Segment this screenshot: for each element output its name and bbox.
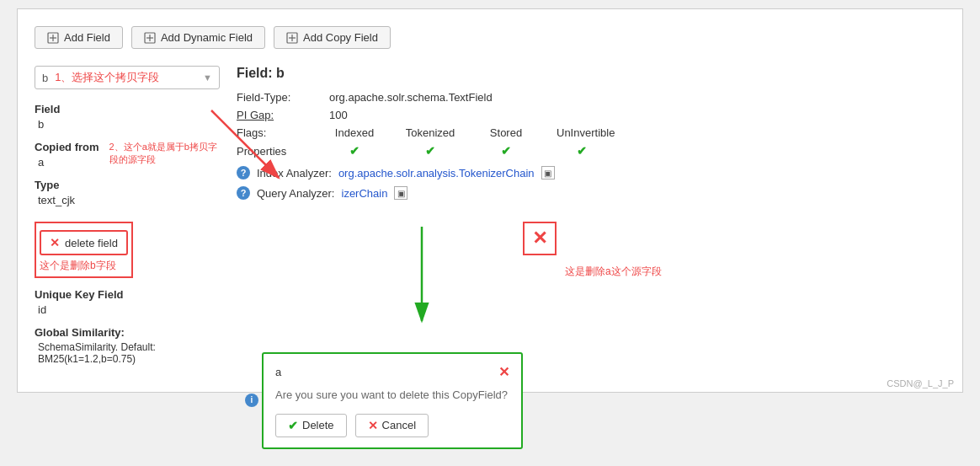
confirm-close-button[interactable]: ✕ — [498, 364, 509, 380]
field-type-value: org.apache.solr.schema.TextField — [329, 91, 493, 104]
properties-row: Properties ✔ ✔ ✔ ✔ — [237, 144, 945, 158]
unique-key-label: Unique Key Field — [35, 288, 220, 301]
field-type-row: Field-Type: org.apache.solr.schema.TextF… — [237, 91, 945, 104]
delete-field-button[interactable]: ✕ delete field — [40, 230, 128, 255]
index-analyzer-help-icon[interactable]: ? — [237, 166, 250, 179]
add-dynamic-field-button[interactable]: Add Dynamic Field — [131, 26, 265, 49]
content-area: b 1、选择这个拷贝字段 ▼ Field b Copied from a 2、这… — [35, 66, 945, 375]
add-field-icon — [47, 32, 59, 44]
add-dynamic-field-icon — [144, 32, 156, 44]
type-value: text_cjk — [35, 194, 220, 206]
properties-values: ✔ ✔ ✔ ✔ — [329, 144, 607, 158]
middle-delete-x-box: ✕ — [523, 222, 557, 255]
index-analyzer-value[interactable]: org.apache.solr.analysis.TokenizerChain — [338, 167, 535, 179]
copied-from-value: a — [35, 156, 99, 169]
delete-btn-annotation: 这个是删除b字段 — [40, 259, 128, 273]
copied-from-block: Copied from a 2、这个a就是属于b拷贝字段的源字段 — [35, 141, 220, 169]
index-analyzer-expand-icon[interactable]: ▣ — [541, 166, 555, 179]
field-value: b — [35, 118, 220, 131]
pi-gap-value: 100 — [329, 109, 348, 121]
confirm-delete-check-icon: ✔ — [288, 419, 298, 432]
add-copy-field-icon — [286, 32, 298, 44]
query-analyzer-label: Query Analyzer: — [257, 187, 335, 200]
confirm-cancel-x-icon: ✕ — [368, 419, 378, 432]
properties-key: Properties — [237, 145, 329, 158]
delete-field-annotation-box: ✕ delete field 这个是删除b字段 — [35, 222, 133, 278]
pi-gap-row: PI Gap: 100 — [237, 109, 945, 121]
prop-uninvertible-check: ✔ — [557, 144, 607, 158]
copied-from-annotation: 2、这个a就是属于b拷贝字段的源字段 — [109, 141, 219, 167]
field-type-key: Field-Type: — [237, 91, 329, 104]
selector-b-prefix: b — [42, 72, 48, 84]
flag-tokenized: Tokenized — [405, 126, 455, 139]
query-analyzer-value[interactable]: izerChain — [342, 187, 388, 200]
type-block: Type text_cjk — [35, 179, 220, 206]
flags-key: Flags: — [237, 126, 329, 139]
chevron-down-icon: ▼ — [203, 72, 212, 83]
global-similarity-value: SchemaSimilarity. Default: BM25(k1=1.2,b… — [35, 341, 220, 365]
field-selector[interactable]: b 1、选择这个拷贝字段 ▼ — [35, 66, 220, 89]
prop-stored-check: ✔ — [481, 144, 531, 158]
annotation-middle-text: 这是删除a这个源字段 — [565, 265, 662, 279]
prop-tokenized-check: ✔ — [405, 144, 455, 158]
confirm-dialog-body: Are you sure you want to delete this Cop… — [275, 387, 509, 404]
selector-value: 1、选择这个拷贝字段 — [55, 70, 203, 85]
add-field-button[interactable]: Add Field — [35, 26, 123, 49]
pi-gap-key: PI Gap: — [237, 109, 329, 121]
flag-stored: Stored — [481, 126, 531, 139]
main-container: Add Field Add Dynamic Field Add Copy Fie… — [17, 8, 963, 393]
field-detail-title: Field: b — [237, 66, 945, 81]
confirm-dialog-buttons: ✔ Delete ✕ Cancel — [275, 414, 509, 437]
flag-indexed: Indexed — [329, 126, 380, 139]
global-similarity-label: Global Similarity: — [35, 326, 220, 339]
right-panel: Field: b Field-Type: org.apache.solr.sch… — [237, 66, 945, 375]
confirm-delete-button[interactable]: ✔ Delete — [275, 414, 347, 437]
info-icon[interactable]: i — [245, 394, 258, 407]
global-similarity-block: Global Similarity: SchemaSimilarity. Def… — [35, 326, 220, 365]
add-copy-field-button[interactable]: Add Copy Field — [274, 26, 391, 49]
query-analyzer-row: ? Query Analyzer: izerChain ▣ — [237, 186, 945, 200]
unique-key-block: Unique Key Field id — [35, 288, 220, 316]
flag-uninvertible: UnInvertible — [557, 126, 615, 139]
confirm-dialog-header: a ✕ — [275, 364, 509, 380]
field-label: Field — [35, 103, 220, 115]
toolbar: Add Field Add Dynamic Field Add Copy Fie… — [35, 26, 945, 49]
flags-header-row: Flags: Indexed Tokenized Stored UnInvert… — [237, 126, 945, 139]
middle-x-icon: ✕ — [532, 228, 547, 249]
query-analyzer-help-icon[interactable]: ? — [237, 186, 250, 200]
type-label: Type — [35, 179, 220, 191]
watermark: CSDN@_L_J_P — [887, 378, 954, 388]
confirm-dialog: a ✕ Are you sure you want to delete this… — [262, 352, 523, 449]
confirm-dialog-title: a — [275, 366, 281, 378]
left-panel: b 1、选择这个拷贝字段 ▼ Field b Copied from a 2、这… — [35, 66, 220, 375]
query-analyzer-expand-icon[interactable]: ▣ — [394, 186, 407, 200]
index-analyzer-label: Index Analyzer: — [257, 167, 332, 179]
delete-x-icon: ✕ — [50, 236, 60, 249]
flags-columns: Indexed Tokenized Stored UnInvertible — [329, 126, 615, 139]
unique-key-value: id — [35, 303, 220, 316]
index-analyzer-row: ? Index Analyzer: org.apache.solr.analys… — [237, 166, 945, 179]
prop-indexed-check: ✔ — [329, 144, 380, 158]
confirm-cancel-button[interactable]: ✕ Cancel — [355, 414, 429, 437]
copied-from-label: Copied from — [35, 141, 99, 153]
info-icon-near-dialog: i — [245, 393, 258, 407]
field-info-block: Field b — [35, 103, 220, 131]
